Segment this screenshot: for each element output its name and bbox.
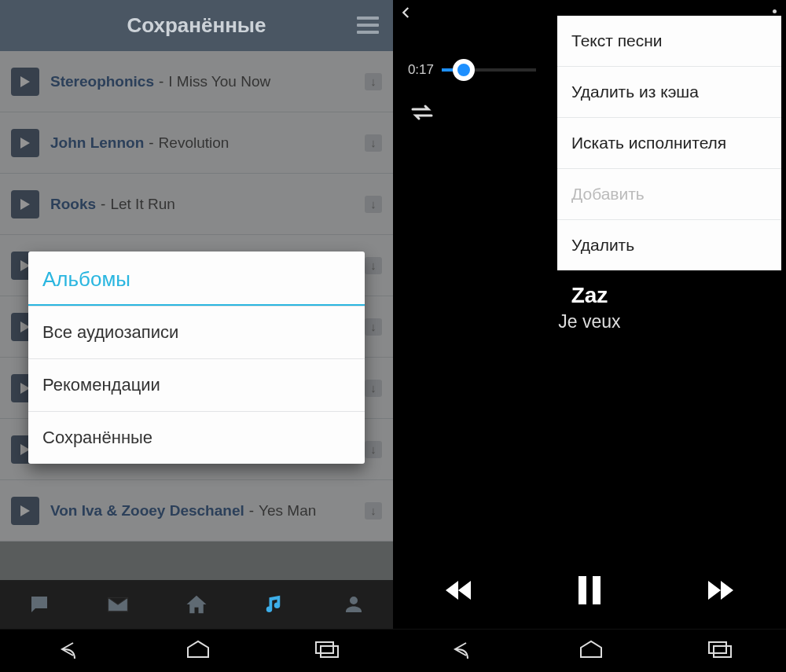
page-title: Сохранённые [127, 13, 266, 38]
pause-button[interactable] [576, 575, 603, 609]
left-screen: Сохранённые Stereophonics - I Miss You N… [0, 0, 393, 672]
ctx-delete[interactable]: Удалить [557, 219, 781, 270]
playback-controls [393, 560, 786, 623]
android-nav [393, 629, 786, 672]
context-menu: Текст песни Удалить из кэша Искать испол… [557, 16, 781, 270]
tab-music[interactable] [236, 580, 314, 629]
svg-rect-2 [578, 576, 586, 604]
android-nav [0, 629, 393, 672]
nav-home[interactable] [578, 640, 604, 662]
svg-rect-3 [593, 576, 601, 604]
ctx-lyrics[interactable]: Текст песни [557, 16, 781, 66]
seek-bar[interactable] [442, 68, 536, 72]
app-header: Сохранённые [0, 0, 393, 51]
tab-feed[interactable] [0, 580, 79, 629]
elapsed-time: 0:17 [399, 62, 434, 78]
nav-back[interactable] [444, 638, 476, 663]
nav-home[interactable] [185, 640, 211, 662]
menu-icon[interactable] [357, 13, 379, 38]
svg-rect-1 [321, 646, 338, 657]
content-area: Stereophonics - I Miss You Now John Lenn… [0, 51, 393, 580]
svg-rect-0 [316, 642, 333, 653]
back-icon[interactable] [399, 6, 413, 24]
next-button[interactable] [702, 576, 736, 608]
repeat-icon[interactable] [409, 112, 435, 125]
svg-rect-5 [714, 646, 731, 657]
ctx-remove-cache[interactable]: Удалить из кэша [557, 66, 781, 117]
seek-thumb[interactable] [453, 59, 475, 81]
ctx-search-artist[interactable]: Искать исполнителя [557, 117, 781, 168]
dialog-title: Альбомы [28, 252, 365, 306]
nav-recent[interactable] [314, 640, 342, 662]
now-playing: Zaz Je veux [393, 283, 786, 332]
filter-option-all[interactable]: Все аудиозаписи [28, 306, 365, 358]
prev-button[interactable] [443, 576, 477, 608]
tab-messages[interactable] [79, 580, 157, 629]
right-screen: 2 из 103 0:17 Текст песни Удалить из кэш… [393, 0, 786, 672]
filter-option-saved[interactable]: Сохранённые [28, 411, 365, 464]
nav-back[interactable] [51, 638, 83, 663]
tab-profile[interactable] [314, 580, 393, 629]
ctx-add: Добавить [557, 168, 781, 219]
app-tab-bar [0, 580, 393, 629]
tab-home[interactable] [157, 580, 236, 629]
nav-recent[interactable] [707, 640, 735, 662]
now-title: Je veux [393, 311, 786, 332]
filter-option-recs[interactable]: Рекомендации [28, 358, 365, 411]
now-artist: Zaz [393, 283, 786, 308]
svg-rect-4 [709, 642, 726, 653]
filter-dialog: Альбомы Все аудиозаписи Рекомендации Сох… [28, 252, 365, 464]
